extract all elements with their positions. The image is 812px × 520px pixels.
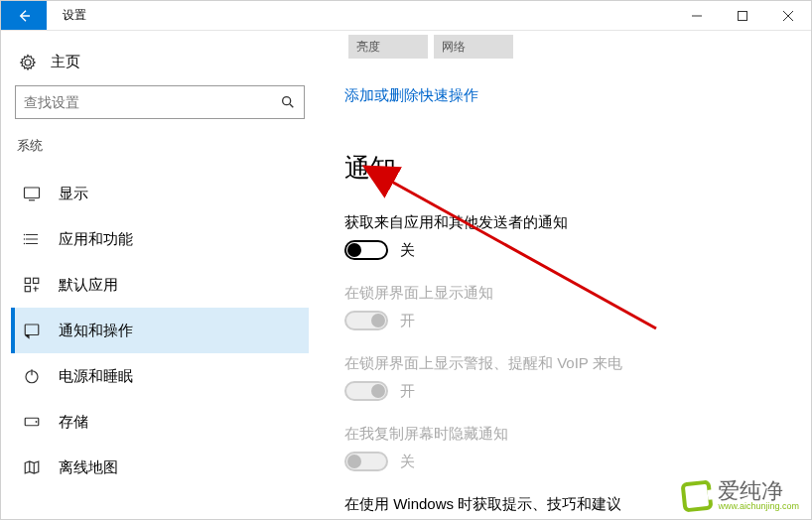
gear-icon — [19, 54, 37, 71]
nav-power[interactable]: 电源和睡眠 — [11, 353, 309, 399]
close-button[interactable] — [765, 1, 811, 30]
quick-actions-link-row: 添加或删除快速操作 — [344, 86, 793, 105]
svg-point-3 — [24, 234, 26, 236]
svg-point-4 — [24, 238, 26, 240]
toggle-state: 开 — [400, 312, 415, 330]
maximize-icon — [738, 11, 747, 21]
nav-storage[interactable]: 存储 — [11, 399, 309, 445]
nav-display[interactable]: 显示 — [11, 171, 309, 216]
apps-icon — [23, 230, 41, 248]
toggle-lockscreen-notifications — [344, 311, 388, 330]
nav-list: 显示 应用和功能 默认应用 通知和操作 电源和睡眠 存储 — [11, 171, 309, 490]
sidebar-home-label: 主页 — [51, 53, 80, 71]
watermark-text-cn: 爱纯净 — [718, 480, 799, 502]
svg-rect-7 — [34, 278, 39, 283]
power-icon — [23, 367, 41, 385]
watermark-text-en: www.aichunjing.com — [718, 502, 799, 511]
edit-quick-actions-link[interactable]: 添加或删除快速操作 — [344, 86, 478, 103]
minimize-button[interactable] — [674, 1, 720, 30]
sidebar-home[interactable]: 主页 — [11, 47, 309, 85]
setting-label: 在锁屏界面上显示警报、提醒和 VoIP 来电 — [344, 354, 793, 373]
default-apps-icon — [23, 276, 41, 294]
window-title: 设置 — [47, 1, 102, 30]
quick-action-tile[interactable]: 网络 — [434, 35, 513, 59]
setting-lockscreen-notifications: 在锁屏界面上显示通知 开 — [344, 284, 793, 330]
svg-rect-2 — [25, 188, 40, 198]
titlebar: 设置 — [1, 1, 811, 31]
search-input[interactable] — [24, 94, 280, 110]
watermark-logo-icon — [681, 479, 714, 512]
svg-point-5 — [24, 243, 26, 245]
minimize-icon — [692, 11, 702, 21]
window-controls — [674, 1, 811, 30]
watermark: 爱纯净 www.aichunjing.com — [682, 480, 799, 511]
nav-label: 应用和功能 — [59, 230, 133, 249]
svg-rect-0 — [739, 11, 747, 20]
toggle-get-notifications[interactable] — [344, 240, 388, 260]
toggle-lockscreen-alarms — [344, 381, 388, 401]
svg-rect-6 — [25, 278, 30, 283]
setting-label: 获取来自应用和其他发送者的通知 — [344, 213, 793, 232]
svg-rect-8 — [25, 287, 30, 292]
search-input-wrapper[interactable] — [15, 85, 305, 119]
toggle-state: 关 — [400, 241, 415, 260]
setting-lockscreen-alarms: 在锁屏界面上显示警报、提醒和 VoIP 来电 开 — [344, 354, 793, 401]
nav-label: 默认应用 — [59, 276, 118, 295]
display-icon — [23, 185, 41, 202]
nav-apps[interactable]: 应用和功能 — [11, 216, 309, 262]
nav-label: 通知和操作 — [59, 322, 133, 340]
nav-label: 电源和睡眠 — [59, 367, 133, 386]
setting-label: 在锁屏界面上显示通知 — [344, 284, 793, 303]
sidebar-section-label: 系统 — [11, 137, 309, 171]
notifications-icon — [23, 322, 41, 339]
quick-action-tabs: 亮度 网络 — [348, 35, 793, 59]
svg-rect-9 — [25, 325, 39, 335]
toggle-state: 开 — [400, 382, 415, 401]
body: 主页 系统 显示 应用和功能 默认应用 通知和操作 — [1, 31, 811, 519]
toggle-state: 关 — [400, 453, 415, 471]
search-icon — [280, 94, 296, 110]
nav-label: 显示 — [59, 185, 88, 203]
sidebar: 主页 系统 显示 应用和功能 默认应用 通知和操作 — [1, 31, 319, 519]
setting-hide-while-duplicating: 在我复制屏幕时隐藏通知 关 — [344, 425, 793, 471]
toggle-hide-while-duplicating — [344, 452, 388, 471]
section-heading: 通知 — [344, 151, 793, 186]
svg-point-12 — [36, 421, 38, 423]
back-button[interactable] — [1, 1, 47, 30]
setting-get-notifications: 获取来自应用和其他发送者的通知 关 — [344, 213, 793, 260]
close-icon — [783, 11, 793, 21]
storage-icon — [23, 413, 41, 431]
maps-icon — [23, 458, 41, 476]
nav-label: 存储 — [59, 413, 88, 432]
maximize-button[interactable] — [720, 1, 765, 30]
arrow-left-icon — [16, 8, 32, 24]
nav-notifications[interactable]: 通知和操作 — [11, 308, 309, 353]
nav-label: 离线地图 — [59, 458, 118, 477]
nav-maps[interactable]: 离线地图 — [11, 445, 309, 490]
setting-label: 在我复制屏幕时隐藏通知 — [344, 425, 793, 444]
svg-point-1 — [283, 97, 291, 105]
content: 亮度 网络 添加或删除快速操作 通知 获取来自应用和其他发送者的通知 关 在锁屏… — [319, 31, 811, 519]
nav-default-apps[interactable]: 默认应用 — [11, 262, 309, 308]
quick-action-tile[interactable]: 亮度 — [348, 35, 428, 59]
